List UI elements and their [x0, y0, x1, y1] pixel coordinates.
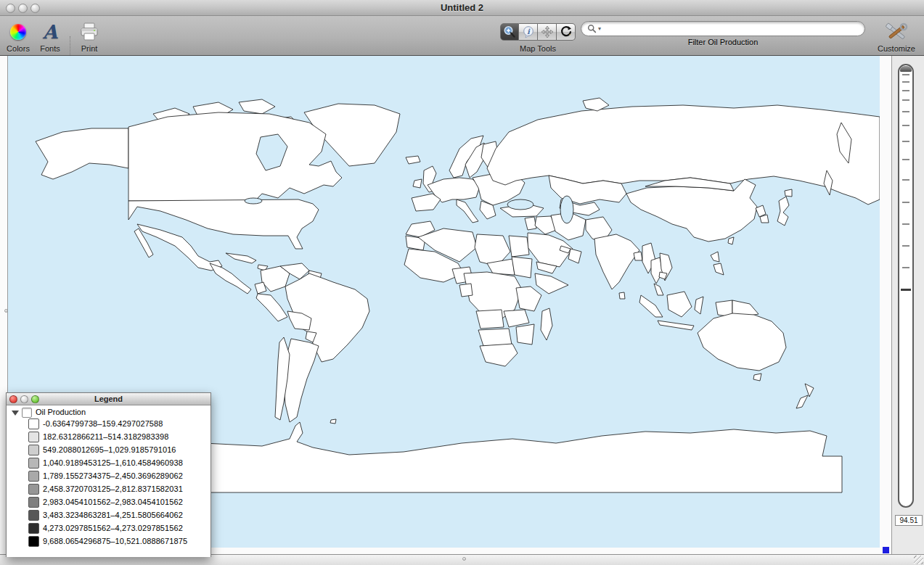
zoom-value-field[interactable]: 94.51 [895, 515, 923, 526]
legend-row: 4,273.0297851562–4,273.0297851562 [7, 522, 210, 535]
left-splitter-handle[interactable] [4, 309, 8, 313]
zoom-slider-tick [902, 245, 909, 247]
rotate-arrow-icon [560, 25, 573, 38]
legend-row: 182.6312866211–514.3182983398 [7, 431, 210, 444]
fonts-icon: A [43, 22, 57, 41]
legend-swatch[interactable] [28, 484, 39, 495]
great-lakes [245, 198, 262, 204]
layer-checkbox[interactable] [22, 408, 32, 418]
zoom-slider-tick [902, 111, 909, 112]
info-tool-button[interactable]: i [519, 23, 538, 41]
legend-range-label: 4,273.0297851562–4,273.0297851562 [43, 524, 183, 532]
window-title: Untitled 2 [0, 2, 924, 13]
zoom-slider-tick [902, 141, 909, 142]
colors-button[interactable]: Colors [3, 21, 33, 53]
legend-body: Oil Production -0.6364799738–159.4297027… [7, 405, 210, 557]
legend-swatch[interactable] [28, 536, 39, 547]
print-label: Print [73, 44, 106, 53]
legend-range-label: 2,983.0454101562–2,983.0454101562 [43, 498, 183, 506]
titlebar: Untitled 2 [0, 0, 924, 16]
customize-label: Customize [875, 44, 917, 53]
legend-range-label: 3,483.3234863281–4,251.5805664062 [43, 511, 183, 519]
toolbar: Colors A Fonts Print [0, 16, 924, 56]
right-margin [880, 56, 891, 554]
zoom-slider-indicator [901, 289, 911, 291]
layer-label: Oil Production [36, 408, 86, 416]
pan-tool-button[interactable] [538, 23, 557, 41]
legend-row: 549.2088012695–1,029.9185791016 [7, 444, 210, 457]
move-arrows-icon [541, 25, 554, 38]
zoom-slider-tick [902, 81, 909, 83]
zoom-slider-tick [902, 99, 909, 101]
legend-range-label: 9,688.0654296875–10,521.0888671875 [43, 537, 187, 545]
zoom-slider-tick [902, 74, 909, 75]
filter-label: Filter Oil Production [581, 38, 865, 46]
legend-range-label: 549.2088012695–1,029.9185791016 [43, 445, 176, 454]
app-window: Untitled 2 Colors A Fonts Print [0, 0, 924, 565]
zoom-slider-tick [902, 223, 909, 225]
legend-titlebar[interactable]: Legend [7, 393, 210, 405]
legend-row: 1,040.9189453125–1,610.4584960938 [7, 457, 210, 470]
legend-swatch[interactable] [28, 471, 39, 482]
search-menu-chevron-icon[interactable]: ▾ [598, 25, 601, 32]
legend-row: 2,458.3720703125–2,812.8371582031 [7, 483, 210, 496]
legend-row: 1,789.1552734375–2,450.3696289062 [7, 470, 210, 483]
zoom-slider-tick [902, 90, 909, 91]
fonts-label: Fonts [35, 44, 65, 53]
bottom-splitter-handle[interactable] [462, 557, 466, 561]
legend-range-label: 182.6312866211–514.3182983398 [43, 432, 168, 441]
legend-range-label: 1,040.9189453125–1,610.4584960938 [43, 458, 183, 467]
rotate-tool-button[interactable] [557, 23, 576, 41]
magnifier-plus-icon [503, 25, 516, 38]
legend-range-label: 1,789.1552734375–2,450.3696289062 [43, 471, 183, 480]
zoom-slider-thumb[interactable] [900, 66, 912, 72]
legend-row: 3,483.3234863281–4,251.5805664062 [7, 509, 210, 522]
legend-range-label: -0.6364799738–159.4297027588 [43, 419, 163, 428]
search-icon [587, 24, 597, 33]
legend-window[interactable]: Legend Oil Production -0.6364799738–159.… [6, 392, 211, 557]
legend-close-button[interactable] [9, 395, 17, 403]
search-field[interactable]: ▾ [581, 21, 865, 36]
zoom-slider[interactable] [898, 64, 914, 508]
zoom-slider-tick [902, 202, 909, 203]
content-area: 94.51 Legend Oil Production -0.63647997 [0, 56, 924, 565]
customize-button[interactable]: Customize [875, 21, 917, 53]
fonts-button[interactable]: A Fonts [35, 21, 65, 53]
map-tools-segmented-control: i [500, 23, 576, 41]
legend-swatch[interactable] [28, 458, 39, 469]
zoom-tool-button[interactable] [500, 23, 519, 41]
print-button[interactable]: Print [73, 21, 106, 53]
legend-row: 9,688.0654296875–10,521.0888671875 [7, 535, 210, 548]
legend-swatch[interactable] [28, 445, 39, 455]
legend-zoom-button[interactable] [31, 395, 39, 403]
window-resize-grip[interactable] [914, 556, 923, 564]
legend-row: 2,983.0454101562–2,983.0454101562 [7, 496, 210, 509]
legend-swatch[interactable] [28, 432, 39, 442]
legend-range-label: 2,458.3720703125–2,812.8371582031 [43, 484, 183, 493]
info-bubble-icon: i [522, 25, 535, 38]
colors-label: Colors [3, 44, 33, 53]
filter-group: ▾ Filter Oil Production [581, 21, 865, 46]
zoom-slider-tick [902, 179, 909, 181]
legend-entries: -0.6364799738–159.4297027588182.63128662… [7, 418, 210, 548]
black-sea [507, 199, 533, 210]
zoom-slider-tick [902, 267, 909, 268]
legend-row: -0.6364799738–159.4297027588 [7, 418, 210, 431]
selection-handle[interactable] [883, 547, 889, 553]
printer-icon [79, 22, 99, 41]
legend-minimize-button[interactable] [20, 395, 28, 403]
legend-swatch[interactable] [28, 523, 39, 534]
legend-swatch[interactable] [28, 497, 39, 508]
filter-input[interactable] [604, 24, 859, 34]
disclosure-triangle-icon[interactable] [12, 411, 19, 416]
customize-tools-icon [884, 22, 909, 42]
map-tools-group: i [499, 21, 577, 53]
legend-swatch[interactable] [28, 418, 39, 429]
zoom-slider-tick [902, 159, 909, 160]
caspian-sea [560, 196, 573, 223]
zoom-slider-tick [902, 125, 909, 126]
map-tools-label: Map Tools [499, 44, 577, 53]
legend-swatch[interactable] [28, 510, 39, 521]
color-wheel-icon [10, 24, 26, 40]
